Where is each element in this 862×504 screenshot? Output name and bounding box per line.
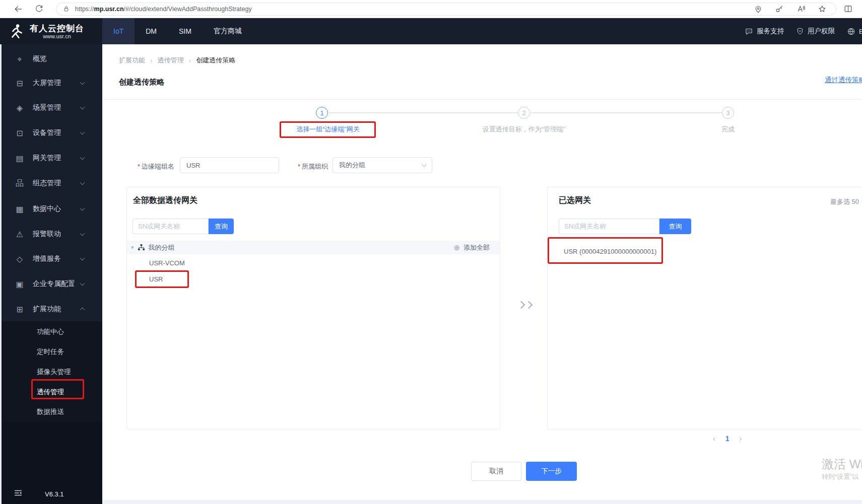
add-all-button[interactable]: ⊕ 添加全部 bbox=[453, 241, 490, 254]
app-topbar: 有人云控制台 www.usr.cn IoT DM SIM 官方商城 服务支持 用… bbox=[0, 18, 862, 44]
step-connector bbox=[329, 112, 518, 113]
enterprise-icon: ▣ bbox=[15, 279, 25, 289]
tab-mall[interactable]: 官方商城 bbox=[203, 18, 253, 44]
pagination: ‹ 1 › bbox=[713, 435, 742, 443]
sidebar-item-alarm[interactable]: ⚠报警联动 bbox=[2, 222, 102, 247]
chevron-up-icon bbox=[80, 307, 85, 312]
step-connector bbox=[531, 112, 722, 113]
submenu-item-passthrough[interactable]: 透传管理 bbox=[2, 382, 102, 402]
breadcrumb-extend[interactable]: 扩展功能 bbox=[119, 56, 145, 65]
gateway-item-usr-vcom[interactable]: USR-VCOM bbox=[149, 259, 185, 267]
add-all-plus-icon: ⊕ bbox=[453, 243, 460, 252]
page-title: 创建透传策略 bbox=[119, 78, 164, 87]
submenu-item-data-push[interactable]: 数据推送 bbox=[2, 402, 102, 422]
selected-gateway-item[interactable]: USR (00004291000000000001) bbox=[564, 248, 656, 255]
location-pin-icon[interactable] bbox=[754, 5, 763, 14]
sidebar-item-bigscreen[interactable]: ⊟大屏管理 bbox=[2, 70, 102, 96]
datacenter-icon: ▦ bbox=[15, 204, 25, 214]
chevron-down-icon bbox=[80, 256, 85, 261]
read-aloud-icon[interactable] bbox=[796, 4, 806, 14]
windows-activation-watermark: 激活 Win bbox=[822, 456, 862, 472]
selected-gateways-panel: 已选网关 最多选 50 查询 USR (00004291000000000001… bbox=[547, 187, 862, 429]
collapse-sidebar-icon[interactable] bbox=[14, 489, 23, 497]
all-gateways-title: 全部数据透传网关 bbox=[133, 195, 197, 206]
selected-search-button[interactable]: 查询 bbox=[659, 219, 691, 234]
browser-toolbar: https://mp.usr.cn/#/cloud/extend/ViewAdd… bbox=[0, 0, 862, 18]
split-screen-icon[interactable] bbox=[843, 4, 853, 14]
pagination-next-icon[interactable]: › bbox=[739, 435, 742, 443]
globe-icon bbox=[847, 27, 855, 36]
help-link[interactable]: 通过透传策略 bbox=[825, 76, 862, 85]
sidebar-item-config[interactable]: 品组态管理 bbox=[2, 171, 102, 196]
lock-icon bbox=[62, 5, 70, 13]
gateway-group-name: 我的分组 bbox=[149, 243, 175, 252]
tab-dm[interactable]: DM bbox=[135, 18, 168, 44]
back-icon[interactable] bbox=[13, 4, 23, 14]
all-gateways-panel: 全部数据透传网关 查询 ▾ 我的分组 ⊕ 添加全部 USR-VCOM USR bbox=[126, 187, 500, 429]
select-chevron-icon bbox=[422, 162, 427, 167]
sidebar-item-scene[interactable]: ◈场景管理 bbox=[2, 95, 102, 120]
pagination-page-1[interactable]: 1 bbox=[725, 435, 730, 443]
logo-title: 有人云控制台 bbox=[30, 24, 84, 33]
next-step-button[interactable]: 下一步 bbox=[526, 462, 577, 481]
favorites-star-icon[interactable] bbox=[818, 5, 827, 14]
chevron-down-icon bbox=[80, 180, 85, 185]
breadcrumb-separator: › bbox=[150, 56, 153, 64]
pagination-prev-icon[interactable]: ‹ bbox=[713, 435, 715, 443]
sidebar-item-enterprise[interactable]: ▣企业专属配置 bbox=[2, 271, 102, 297]
sidebar-item-extend[interactable]: ⊞扩展功能 bbox=[2, 297, 102, 322]
edge-group-name-label: *边缘端组名 bbox=[138, 162, 174, 171]
overview-icon: ⌖ bbox=[15, 54, 25, 64]
chevron-down-icon bbox=[80, 105, 85, 110]
refresh-icon[interactable] bbox=[34, 4, 44, 14]
transfer-chevrons-icon[interactable] bbox=[518, 302, 532, 308]
sidebar-item-gateway[interactable]: ▤网关管理 bbox=[2, 146, 102, 171]
app-version: V6.3.1 bbox=[45, 490, 64, 498]
breadcrumb: 扩展功能 › 透传管理 › 创建透传策略 bbox=[119, 56, 235, 65]
breadcrumb-separator: › bbox=[189, 56, 191, 64]
logo-runner-icon bbox=[8, 23, 25, 40]
gateway-search-button[interactable]: 查询 bbox=[209, 219, 234, 234]
user-permission[interactable]: 用户权限 bbox=[796, 27, 835, 36]
bigscreen-icon: ⊟ bbox=[15, 79, 25, 88]
caret-down-icon[interactable]: ▾ bbox=[131, 244, 134, 251]
chat-bubble-icon bbox=[745, 27, 753, 36]
breadcrumb-passthrough[interactable]: 透传管理 bbox=[158, 56, 184, 65]
chevron-down-icon bbox=[80, 80, 85, 85]
scene-icon: ◈ bbox=[15, 103, 25, 113]
submenu-item-timed-task[interactable]: 定时任务 bbox=[2, 342, 102, 362]
breadcrumb-current: 创建透传策略 bbox=[196, 56, 235, 65]
sidebar-item-device[interactable]: ⊡设备管理 bbox=[2, 120, 102, 146]
submenu-item-camera[interactable]: 摄像头管理 bbox=[2, 362, 102, 382]
gateway-item-usr[interactable]: USR bbox=[149, 275, 163, 283]
cancel-button[interactable]: 取消 bbox=[471, 462, 521, 481]
org-label: *所属组织 bbox=[298, 162, 328, 171]
edge-group-name-input[interactable] bbox=[180, 157, 279, 173]
selected-gateways-title: 已选网关 bbox=[559, 195, 591, 206]
tab-sim[interactable]: SIM bbox=[168, 18, 203, 44]
alarm-icon: ⚠ bbox=[15, 230, 25, 239]
gateway-search-input[interactable] bbox=[132, 219, 209, 234]
bottom-strip bbox=[102, 500, 862, 504]
extend-icon: ⊞ bbox=[15, 305, 25, 314]
org-select[interactable]: 我的分组 bbox=[333, 157, 432, 173]
sidebar-item-datacenter[interactable]: ▦数据中心 bbox=[2, 196, 102, 222]
url-text: https://mp.usr.cn/#/cloud/extend/ViewAdd… bbox=[75, 6, 252, 13]
step-2-label: 设置透传目标，作为“管理端” bbox=[461, 125, 587, 134]
vas-icon: ◇ bbox=[15, 254, 25, 264]
chevron-down-icon bbox=[80, 281, 85, 286]
service-support[interactable]: 服务支持 bbox=[745, 27, 784, 36]
gateway-group-row[interactable]: ▾ 我的分组 bbox=[127, 241, 500, 254]
sidebar-item-overview[interactable]: ⌖概览 bbox=[2, 46, 102, 71]
tab-iot[interactable]: IoT bbox=[102, 18, 135, 44]
key-icon[interactable] bbox=[775, 5, 784, 14]
language-switch[interactable]: Eng bbox=[847, 27, 862, 36]
step-2-circle: 2 bbox=[518, 107, 530, 119]
selected-search-input[interactable] bbox=[559, 219, 659, 234]
address-bar[interactable]: https://mp.usr.cn/#/cloud/extend/ViewAdd… bbox=[56, 3, 836, 16]
logo-subtitle: www.usr.cn bbox=[30, 33, 84, 39]
step-3-label: 完成 bbox=[703, 125, 753, 134]
logo[interactable]: 有人云控制台 www.usr.cn bbox=[0, 18, 102, 44]
submenu-item-function-center[interactable]: 功能中心 bbox=[2, 322, 102, 342]
sidebar-item-vas[interactable]: ◇增值服务 bbox=[2, 246, 102, 271]
